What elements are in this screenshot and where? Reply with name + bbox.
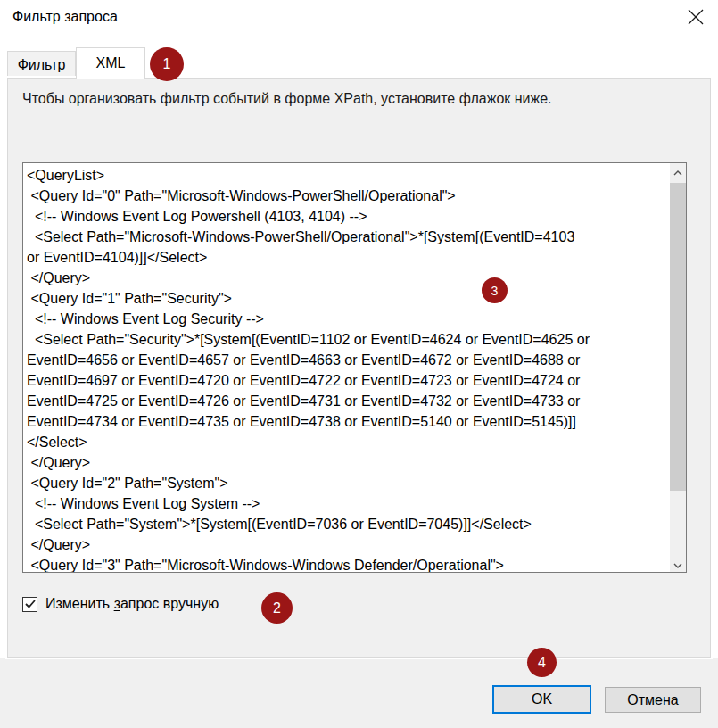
label-part: апрос вручную: [120, 596, 219, 611]
tab-xml[interactable]: XML: [76, 47, 145, 79]
vertical-scrollbar[interactable]: [670, 163, 686, 572]
xpath-instruction-text: Чтобы организовать фильтр событий в форм…: [22, 91, 682, 107]
checkmark-icon: [25, 596, 36, 612]
label-accesskey: з: [114, 596, 120, 611]
close-icon: [686, 7, 706, 30]
annotation-badge-2: 2: [261, 592, 293, 624]
scrollbar-thumb[interactable]: [670, 183, 686, 491]
tab-xml-label: XML: [96, 55, 126, 71]
scroll-down-button[interactable]: [670, 556, 686, 572]
cancel-button-label: Отмена: [627, 692, 678, 708]
annotation-badge-1: 1: [150, 47, 184, 81]
scroll-up-button[interactable]: [670, 163, 686, 179]
label-part: Изменить: [45, 596, 114, 611]
xml-query-text[interactable]: <QueryList> <Query Id="0" Path="Microsof…: [27, 165, 667, 572]
edit-query-manually-row: Изменить запрос вручную: [22, 594, 219, 614]
tab-filter[interactable]: Фильтр: [7, 51, 76, 78]
ok-button[interactable]: OK: [492, 685, 591, 714]
edit-query-manually-label[interactable]: Изменить запрос вручную: [45, 596, 219, 612]
close-button[interactable]: [681, 5, 710, 32]
chevron-up-icon: [673, 163, 682, 179]
dialog-left-margin: [0, 0, 7, 658]
annotation-badge-4: 4: [527, 648, 557, 677]
cancel-button[interactable]: Отмена: [605, 687, 701, 713]
edit-query-manually-checkbox[interactable]: [22, 597, 37, 612]
tab-filter-label: Фильтр: [18, 57, 66, 73]
annotation-badge-3: 3: [482, 277, 508, 303]
ok-button-label: OK: [532, 691, 552, 707]
dialog-title: Фильтр запроса: [12, 9, 118, 25]
xml-query-textarea[interactable]: <QueryList> <Query Id="0" Path="Microsof…: [22, 162, 687, 573]
chevron-down-icon: [673, 556, 682, 572]
dialog-right-margin: [711, 0, 718, 658]
